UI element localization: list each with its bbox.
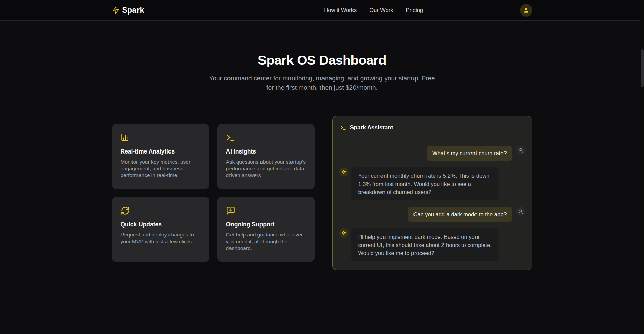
chat-message-assistant: Your current monthly churn rate is 5.2%.… bbox=[339, 167, 525, 200]
user-avatar-button[interactable] bbox=[520, 4, 532, 17]
feature-title: Real-time Analytics bbox=[121, 148, 201, 155]
feature-card-ai-insights: AI Insights Ask questions about your sta… bbox=[217, 124, 315, 189]
user-icon bbox=[518, 148, 523, 153]
feature-description: Ask questions about your startup's perfo… bbox=[226, 159, 306, 179]
chat-message-user: What's my current churn rate? bbox=[339, 146, 525, 161]
feature-card-ongoing-support: Ongoing Support Get help and guidance wh… bbox=[217, 197, 315, 262]
assistant-avatar bbox=[339, 167, 348, 176]
chat-header: Spark Assistant bbox=[339, 123, 525, 137]
user-icon bbox=[523, 7, 529, 13]
assistant-message-bubble: Your current monthly churn rate is 5.2%.… bbox=[351, 167, 499, 200]
chat-message-user: Can you add a dark mode to the app? bbox=[339, 207, 525, 222]
navbar: Spark How it Works Our Work Pricing bbox=[0, 0, 644, 21]
page-subtitle: Your command center for monitoring, mana… bbox=[208, 74, 437, 92]
zap-icon bbox=[112, 6, 120, 14]
zap-icon bbox=[341, 169, 346, 174]
feature-card-quick-updates: Quick Updates Request and deploy changes… bbox=[112, 197, 209, 262]
terminal-icon bbox=[340, 124, 346, 131]
terminal-icon bbox=[226, 133, 306, 142]
nav-link-our-work[interactable]: Our Work bbox=[369, 7, 393, 13]
zap-icon bbox=[341, 230, 346, 235]
scrollbar-thumb[interactable] bbox=[641, 49, 644, 87]
hero-section: Spark OS Dashboard Your command center f… bbox=[0, 21, 644, 92]
brand-logo[interactable]: Spark bbox=[112, 6, 144, 15]
feature-title: Quick Updates bbox=[121, 221, 201, 228]
feature-grid: Real-time Analytics Monitor your key met… bbox=[112, 124, 315, 262]
user-message-bubble: What's my current churn rate? bbox=[427, 146, 512, 161]
user-message-bubble: Can you add a dark mode to the app? bbox=[408, 207, 512, 222]
nav-link-pricing[interactable]: Pricing bbox=[406, 7, 423, 13]
feature-title: AI Insights bbox=[226, 148, 306, 155]
nav-link-how-it-works[interactable]: How it Works bbox=[324, 7, 357, 13]
assistant-avatar bbox=[339, 228, 348, 238]
chat-panel-title: Spark Assistant bbox=[350, 124, 393, 131]
user-avatar bbox=[516, 207, 525, 216]
assistant-message-bubble: I'll help you implement dark mode. Based… bbox=[351, 228, 499, 261]
user-avatar bbox=[516, 146, 525, 155]
chat-divider bbox=[340, 137, 525, 137]
spark-assistant-panel: Spark Assistant What's my current churn … bbox=[332, 116, 532, 270]
page-title: Spark OS Dashboard bbox=[0, 53, 644, 68]
refresh-icon bbox=[121, 206, 201, 215]
main-content: Real-time Analytics Monitor your key met… bbox=[112, 116, 532, 270]
message-square-plus-icon bbox=[226, 206, 306, 215]
feature-title: Ongoing Support bbox=[226, 221, 306, 228]
feature-card-realtime-analytics: Real-time Analytics Monitor your key met… bbox=[112, 124, 209, 189]
bar-chart-icon bbox=[121, 133, 201, 142]
user-icon bbox=[518, 209, 523, 214]
feature-description: Monitor your key metrics, user engagemen… bbox=[121, 159, 201, 179]
feature-description: Request and deploy changes to your MVP w… bbox=[121, 231, 201, 245]
nav-links: How it Works Our Work Pricing bbox=[324, 7, 423, 13]
chat-message-assistant: I'll help you implement dark mode. Based… bbox=[339, 228, 525, 261]
brand-name: Spark bbox=[122, 6, 144, 15]
feature-description: Get help and guidance whenever you need … bbox=[226, 231, 306, 252]
chat-messages: What's my current churn rate? Your curre… bbox=[339, 146, 525, 261]
